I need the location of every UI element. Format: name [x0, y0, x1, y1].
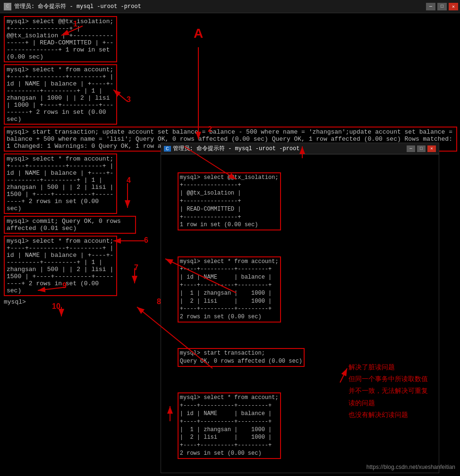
number-2: 2	[208, 125, 212, 134]
comment-line4: 读的问题	[349, 397, 428, 409]
close-button[interactable]: ✕	[449, 3, 458, 10]
maximize-button[interactable]: □	[437, 3, 447, 10]
number-10: 10	[52, 302, 60, 311]
commit-text: mysql> commit; Query OK, 0 rows affected…	[7, 218, 121, 232]
number-1: 1	[73, 20, 77, 28]
label-a: A	[194, 26, 203, 41]
terminal-b-body: mysql> select @@tx_isolation; +---------…	[161, 154, 439, 476]
b-start-tx: mysql> start transaction; Query OK, 0 ro…	[178, 348, 305, 367]
app-icon: C	[4, 3, 11, 10]
terminal-b: C 管理员: 命令提示符 - mysql -uroot -proot — □ ✕…	[161, 143, 439, 473]
account-final-text: mysql> select * from account; +----+----…	[7, 238, 113, 294]
b-account-read1: mysql> select * from account; +----+----…	[178, 392, 281, 459]
terminal-b-title-text: 管理员: 命令提示符 - mysql -uroot -proot	[173, 144, 300, 153]
title-bar: C 管理员: 命令提示符 - mysql -uroot -proot — □ ✕	[0, 0, 460, 13]
title-bar-controls: — □ ✕	[426, 3, 458, 10]
block-account-initial-a: mysql> select * from account; +----+----…	[4, 64, 117, 125]
account-updated-text: mysql> select * from account; +----+----…	[7, 155, 113, 212]
comment-line2: 但同一个事务中所读取数值	[349, 373, 428, 385]
terminal-b-title: C 管理员: 命令提示符 - mysql -uroot -proot — □ ✕	[161, 143, 439, 154]
comment-line1: 解决了脏读问题	[349, 361, 428, 373]
block-account-updated-a: mysql> select * from account; +----+----…	[4, 153, 117, 214]
comment-line3: 并不一致，无法解决可重复	[349, 385, 428, 397]
b-close[interactable]: ✕	[427, 145, 436, 152]
b-minimize[interactable]: —	[407, 145, 415, 152]
number-4: 4	[127, 176, 131, 185]
block-tx-isolation-a: mysql> select @@tx_isolation; +---------…	[4, 16, 117, 62]
tx-isolation-text: mysql> select @@tx_isolation; +---------…	[7, 18, 113, 60]
number-9: 9	[62, 281, 67, 290]
comment-line5: 也没有解决幻读问题	[349, 409, 428, 421]
block-commit-a: mysql> commit; Query OK, 0 rows affected…	[4, 216, 136, 234]
account-initial-text: mysql> select * from account; +----+----…	[7, 66, 113, 123]
number-6: 6	[144, 236, 148, 245]
b-maximize[interactable]: □	[417, 145, 426, 152]
website-link: https://blog.csdn.net/xueshanfeitian	[366, 464, 455, 470]
comment-block: 解决了脏读问题 但同一个事务中所读取数值 并不一致，无法解决可重复 读的问题 也…	[349, 361, 428, 421]
b-tx-isolation: mysql> select @@tx_isolation; +---------…	[178, 172, 281, 231]
block-account-final-a: mysql> select * from account; +----+----…	[4, 236, 117, 296]
minimize-button[interactable]: —	[426, 3, 435, 10]
number-7: 7	[134, 264, 138, 272]
title-bar-text: 管理员: 命令提示符 - mysql -uroot -proot	[14, 2, 141, 10]
b-account-initial: mysql> select * from account; +----+----…	[178, 256, 281, 323]
number-3: 3	[127, 95, 131, 104]
